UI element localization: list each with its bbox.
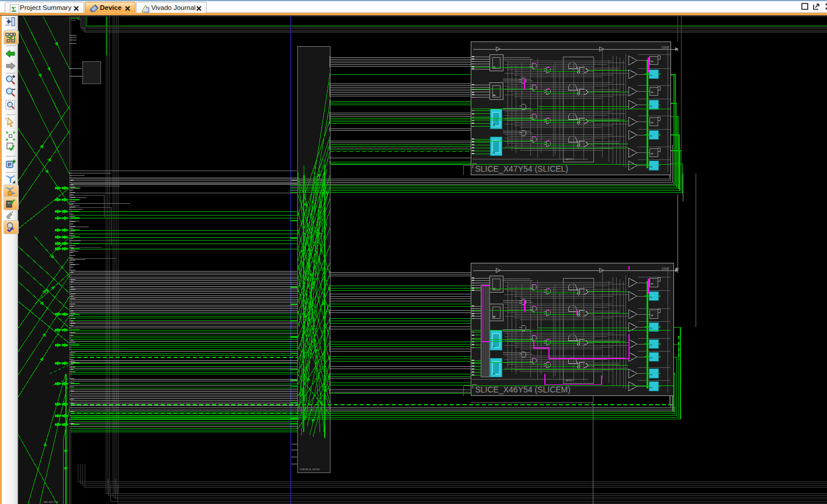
- svg-text:▸▸: ▸▸: [650, 356, 653, 359]
- svg-text:Σ: Σ: [12, 5, 17, 13]
- svg-text:▸▸: ▸▸: [650, 326, 653, 329]
- svg-text:▮▮: ▮▮: [493, 373, 495, 375]
- svg-text:▮▮: ▮▮: [493, 124, 495, 126]
- svg-text:▸▸: ▸▸: [650, 105, 653, 107]
- svg-text:CARRY4: CARRY4: [565, 379, 575, 382]
- svg-text:SLICE_X47Y54 (SLICEL): SLICE_X47Y54 (SLICEL): [475, 164, 569, 173]
- svg-text:▮▮: ▮▮: [493, 345, 495, 347]
- svg-text:CARRY4: CARRY4: [565, 158, 575, 161]
- svg-text:▸▸: ▸▸: [650, 296, 653, 298]
- svg-text:CLBLM_R_X6Y54: CLBLM_R_X6Y54: [300, 468, 320, 471]
- svg-text:▸▸: ▸▸: [650, 74, 653, 77]
- svg-text:▮▮: ▮▮: [493, 151, 495, 154]
- svg-text:P: P: [8, 162, 12, 168]
- svg-text:COUT: COUT: [662, 46, 669, 49]
- svg-text:▸▸: ▸▸: [650, 165, 653, 168]
- svg-text:▮▮: ▮▮: [494, 315, 496, 318]
- svg-text:COUT: COUT: [662, 267, 669, 270]
- svg-text:▸▸: ▸▸: [650, 386, 653, 389]
- svg-text:▸▸: ▸▸: [650, 134, 653, 137]
- svg-text:▸▸: ▸▸: [650, 373, 653, 376]
- svg-text:▮▮: ▮▮: [494, 94, 496, 96]
- svg-text:▸▸: ▸▸: [650, 343, 653, 346]
